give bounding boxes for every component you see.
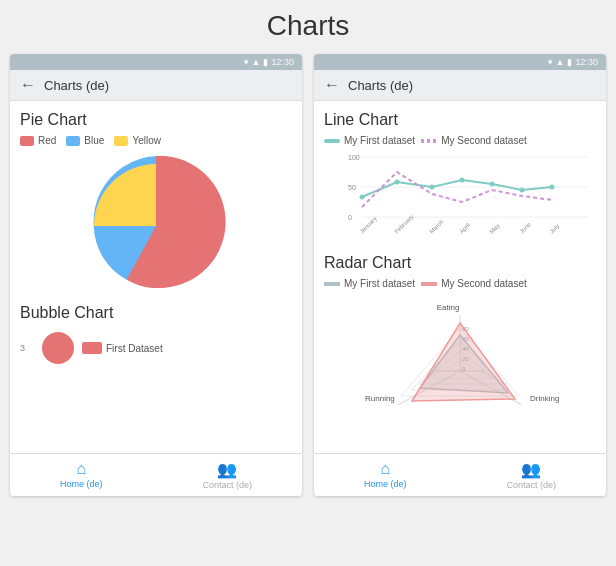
status-bar-left: ▾ ▲ ▮ 12:30 [10, 54, 302, 70]
pie-color-blue [66, 136, 80, 146]
svg-text:50: 50 [348, 184, 356, 191]
bubble-legend-label: First Dataset [106, 343, 163, 354]
line-color-first [324, 139, 340, 143]
svg-text:January: January [358, 215, 377, 234]
pie-color-yellow [114, 136, 128, 146]
time-left: 12:30 [271, 57, 294, 67]
pie-chart-section: Pie Chart Red Blue Yellow [20, 111, 292, 296]
bubble-chart-section: Bubble Chart 3 First Dataset [20, 304, 292, 368]
radar-chart-section: Radar Chart My First dataset My Second d… [324, 254, 596, 443]
radar-chart-title: Radar Chart [324, 254, 596, 272]
svg-text:May: May [488, 222, 500, 234]
screen-left-content: Pie Chart Red Blue Yellow [10, 101, 302, 453]
svg-text:0: 0 [348, 214, 352, 221]
line-chart-svg: 100 50 0 January February March April Ma… [324, 152, 596, 242]
pie-label-blue: Blue [84, 135, 104, 146]
home-icon-right: ⌂ [380, 460, 390, 478]
svg-point-15 [430, 185, 435, 190]
nav-home-label-left: Home (de) [60, 479, 103, 489]
line-chart-title: Line Chart [324, 111, 596, 129]
status-bar-right: ▾ ▲ ▮ 12:30 [314, 54, 606, 70]
nav-contact-right[interactable]: 👥 Contact (de) [496, 458, 566, 492]
time-right: 12:30 [575, 57, 598, 67]
pie-chart-render [20, 156, 292, 296]
line-legend-second: My Second dataset [421, 135, 527, 146]
back-button-left[interactable]: ← [20, 76, 36, 94]
radar-color-first [324, 282, 340, 286]
signal-icon-right: ▲ [556, 57, 565, 67]
svg-text:March: March [428, 219, 444, 235]
nav-title-left: Charts (de) [44, 78, 109, 93]
svg-point-13 [360, 195, 365, 200]
bubble-legend: First Dataset [82, 342, 163, 354]
status-icons-right: ▾ ▲ ▮ 12:30 [548, 57, 598, 67]
nav-home-right[interactable]: ⌂ Home (de) [354, 458, 417, 492]
nav-bar-right: ← Charts (de) [314, 70, 606, 101]
contact-icon-right: 👥 [521, 460, 541, 479]
wifi-icon: ▾ [244, 57, 249, 67]
svg-text:Drinking: Drinking [530, 394, 559, 403]
bubble-legend-color [82, 342, 102, 354]
radar-legend: My First dataset My Second dataset [324, 278, 596, 289]
line-label-second: My Second dataset [441, 135, 527, 146]
bubble-chart-visual: 3 First Dataset [20, 328, 292, 368]
radar-label-second: My Second dataset [441, 278, 527, 289]
home-icon-left: ⌂ [76, 460, 86, 478]
nav-contact-label-left: Contact (de) [202, 480, 252, 490]
bottom-nav-left: ⌂ Home (de) 👥 Contact (de) [10, 453, 302, 496]
radar-chart-visual: 0 20 40 60 80 Eating Drinking Running [324, 293, 596, 443]
radar-legend-second: My Second dataset [421, 278, 527, 289]
svg-point-19 [550, 185, 555, 190]
nav-title-right: Charts (de) [348, 78, 413, 93]
bubble-element [42, 332, 74, 364]
pie-color-red [20, 136, 34, 146]
nav-home-label-right: Home (de) [364, 479, 407, 489]
svg-point-17 [490, 182, 495, 187]
svg-text:100: 100 [348, 154, 360, 161]
signal-icon: ▲ [252, 57, 261, 67]
radar-svg: 0 20 40 60 80 Eating Drinking Running [360, 293, 560, 443]
pie-legend-yellow: Yellow [114, 135, 161, 146]
svg-point-18 [520, 188, 525, 193]
pie-chart-title: Pie Chart [20, 111, 292, 129]
pie-label-red: Red [38, 135, 56, 146]
nav-contact-label-right: Contact (de) [506, 480, 556, 490]
svg-text:June: June [518, 221, 532, 235]
pie-legend-red: Red [20, 135, 56, 146]
bubble-chart-title: Bubble Chart [20, 304, 292, 322]
svg-text:Running: Running [365, 394, 395, 403]
svg-text:Eating: Eating [437, 303, 460, 312]
pie-label-yellow: Yellow [132, 135, 161, 146]
svg-point-14 [395, 180, 400, 185]
line-chart-section: Line Chart My First dataset My Second da… [324, 111, 596, 246]
pie-legend-blue: Blue [66, 135, 104, 146]
radar-legend-first: My First dataset [324, 278, 415, 289]
contact-icon-left: 👥 [217, 460, 237, 479]
line-legend-first: My First dataset [324, 135, 415, 146]
screen-right: ▾ ▲ ▮ 12:30 ← Charts (de) Line Chart My … [314, 54, 606, 496]
back-button-right[interactable]: ← [324, 76, 340, 94]
pie-svg-final [86, 156, 226, 296]
nav-contact-left[interactable]: 👥 Contact (de) [192, 458, 262, 492]
wifi-icon-right: ▾ [548, 57, 553, 67]
bottom-nav-right: ⌂ Home (de) 👥 Contact (de) [314, 453, 606, 496]
screens-container: ▾ ▲ ▮ 12:30 ← Charts (de) Pie Chart Red [10, 54, 606, 496]
radar-color-second [421, 282, 437, 286]
svg-point-16 [460, 178, 465, 183]
screen-left: ▾ ▲ ▮ 12:30 ← Charts (de) Pie Chart Red [10, 54, 302, 496]
nav-home-left[interactable]: ⌂ Home (de) [50, 458, 113, 492]
bubble-axis-label: 3 [20, 343, 34, 353]
line-label-first: My First dataset [344, 135, 415, 146]
nav-bar-left: ← Charts (de) [10, 70, 302, 101]
svg-text:April: April [458, 222, 471, 235]
svg-marker-37 [412, 323, 515, 401]
page-title: Charts [267, 10, 349, 42]
status-icons-left: ▾ ▲ ▮ 12:30 [244, 57, 294, 67]
radar-label-first: My First dataset [344, 278, 415, 289]
svg-text:July: July [548, 223, 560, 235]
screen-right-content: Line Chart My First dataset My Second da… [314, 101, 606, 453]
line-color-second [421, 139, 437, 143]
pie-legend: Red Blue Yellow [20, 135, 292, 146]
svg-text:February: February [393, 213, 414, 234]
battery-icon: ▮ [263, 57, 268, 67]
